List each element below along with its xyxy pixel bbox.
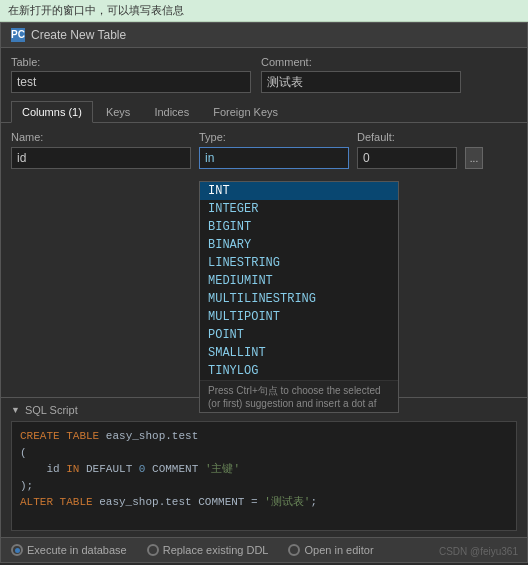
autocomplete-item[interactable]: TINYLOG xyxy=(200,362,398,380)
sql-line-5: ALTER TABLE easy_shop.test COMMENT = '测试… xyxy=(20,494,508,511)
radio-dot xyxy=(11,544,23,556)
dialog-title-text: Create New Table xyxy=(31,28,126,42)
comment-group: Comment: xyxy=(261,56,461,93)
table-group: Table: xyxy=(11,56,251,93)
sql-line-3: id IN DEFAULT 0 COMMENT '主键' xyxy=(20,461,508,478)
autocomplete-item[interactable]: LINESTRING xyxy=(200,254,398,272)
autocomplete-item[interactable]: BINARY xyxy=(200,236,398,254)
sql-kw-create: CREATE TABLE xyxy=(20,430,106,442)
autocomplete-item[interactable]: INT xyxy=(200,182,398,200)
radio-label: Execute in database xyxy=(27,544,127,556)
autocomplete-item[interactable]: POINT xyxy=(200,326,398,344)
autocomplete-list: INTINTEGERBIGINTBINARYLINESTRINGMEDIUMIN… xyxy=(200,182,398,380)
radio-label: Replace existing DDL xyxy=(163,544,269,556)
tab-columns[interactable]: Columns (1) xyxy=(11,101,93,123)
col-headers: Name: Type: Default: xyxy=(11,131,517,143)
col-type-input[interactable] xyxy=(199,147,349,169)
sql-line-4: ); xyxy=(20,478,508,495)
table-input[interactable] xyxy=(11,71,251,93)
radio-option[interactable]: Replace existing DDL xyxy=(147,544,269,556)
sql-code-block: CREATE TABLE easy_shop.test ( id IN DEFA… xyxy=(11,421,517,531)
tab-foreign-keys[interactable]: Foreign Keys xyxy=(202,101,289,122)
col-extra-button[interactable]: ... xyxy=(465,147,483,169)
radio-option[interactable]: Execute in database xyxy=(11,544,127,556)
form-area: Table: Comment: xyxy=(1,48,527,101)
autocomplete-item[interactable]: BIGINT xyxy=(200,218,398,236)
name-col-label: Name: xyxy=(11,131,191,143)
sql-line-2: ( xyxy=(20,445,508,462)
sql-kw-alter: ALTER TABLE xyxy=(20,496,99,508)
autocomplete-item[interactable]: MULTIPOINT xyxy=(200,308,398,326)
dialog-icon: PC xyxy=(11,28,25,42)
radio-option[interactable]: Open in editor xyxy=(288,544,373,556)
autocomplete-item[interactable]: MULTILINESTRING xyxy=(200,290,398,308)
watermark: CSDN @feiyu361 xyxy=(439,546,518,557)
columns-area: Name: Type: Default: ... INTINTEGERBIGIN… xyxy=(1,123,527,397)
type-col-label: Type: xyxy=(199,131,349,143)
sql-triangle-icon: ▼ xyxy=(11,405,20,415)
comment-label: Comment: xyxy=(261,56,461,68)
autocomplete-item[interactable]: INTEGER xyxy=(200,200,398,218)
radio-label: Open in editor xyxy=(304,544,373,556)
col-name-input[interactable] xyxy=(11,147,191,169)
autocomplete-item[interactable]: SMALLINT xyxy=(200,344,398,362)
sql-line-1: CREATE TABLE easy_shop.test xyxy=(20,428,508,445)
sql-section-label: SQL Script xyxy=(25,404,78,416)
notice-bar: 在新打开的窗口中，可以填写表信息 xyxy=(0,0,528,22)
autocomplete-item[interactable]: MEDIUMINT xyxy=(200,272,398,290)
default-col-label: Default: xyxy=(357,131,457,143)
create-table-dialog: PC Create New Table Table: Comment: Colu… xyxy=(0,22,528,563)
tab-keys[interactable]: Keys xyxy=(95,101,141,122)
tabs-bar: Columns (1) Keys Indices Foreign Keys xyxy=(1,101,527,123)
col-default-input[interactable] xyxy=(357,147,457,169)
sql-section: ▼ SQL Script CREATE TABLE easy_shop.test… xyxy=(1,397,527,537)
dialog-title-bar: PC Create New Table xyxy=(1,23,527,48)
autocomplete-hint: Press Ctrl+句点 to choose the selected (or… xyxy=(200,380,398,412)
col-row: ... xyxy=(11,147,517,169)
autocomplete-dropdown: INTINTEGERBIGINTBINARYLINESTRINGMEDIUMIN… xyxy=(199,181,399,413)
bottom-bar: Execute in databaseReplace existing DDLO… xyxy=(1,537,527,562)
notice-text: 在新打开的窗口中，可以填写表信息 xyxy=(8,4,184,16)
comment-input[interactable] xyxy=(261,71,461,93)
sql-table-name: easy_shop.test xyxy=(106,430,198,442)
radio-dot xyxy=(288,544,300,556)
table-label: Table: xyxy=(11,56,251,68)
radio-options: Execute in databaseReplace existing DDLO… xyxy=(11,544,374,556)
radio-dot xyxy=(147,544,159,556)
tab-indices[interactable]: Indices xyxy=(143,101,200,122)
